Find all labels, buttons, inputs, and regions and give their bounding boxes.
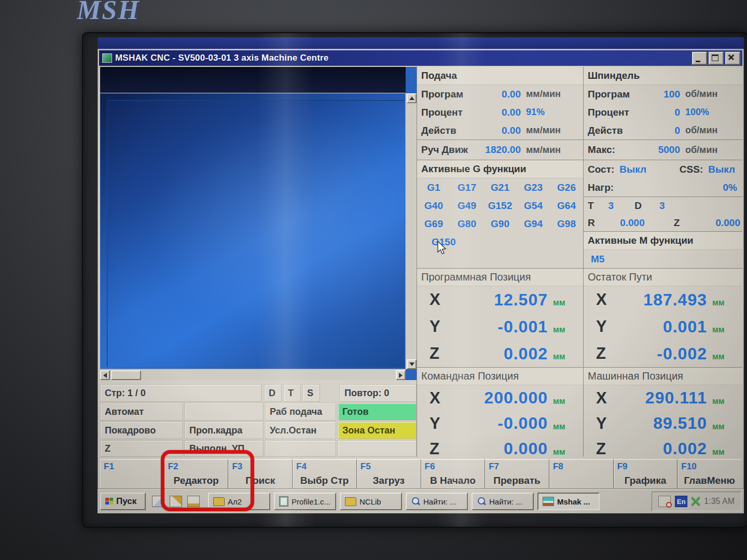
machine-position-title: Машинная Позиция [584, 367, 742, 385]
monitor-logo: MSH [77, 0, 140, 22]
command-position-y: Y -0.000 мм [417, 411, 583, 436]
system-tray: En 1:35 AM [652, 492, 741, 511]
spindle-state-row: Сост: Выкл CSS: Выкл [584, 160, 742, 179]
close-button[interactable] [725, 52, 740, 65]
viewport-header-band [100, 67, 406, 93]
empty-cell [185, 403, 264, 421]
feed-manual-row: Руч Движ 1820.00 мм/мин [417, 139, 583, 160]
program-position-title: Программная Позиция [417, 268, 583, 286]
network-tray-icon[interactable] [691, 497, 700, 506]
start-button[interactable]: Пуск [100, 493, 146, 510]
status-d: D [264, 384, 282, 402]
scrollbar-thumb[interactable] [111, 370, 141, 380]
command-position-z: Z 0.000 мм [417, 436, 583, 461]
feed-program-row: Програм 0.00 мм/мин [417, 85, 583, 103]
zone-stop-indicator: Зона Остан [338, 422, 417, 439]
maximize-button[interactable] [709, 52, 724, 65]
spindle-panel-title: Шпиндель [584, 67, 742, 85]
feed-percent-row: Процент 0.00 91% [417, 103, 583, 121]
search-icon [411, 497, 420, 506]
minimize-button[interactable] [692, 52, 707, 65]
scroll-left-icon[interactable] [100, 370, 110, 380]
search-icon [477, 497, 486, 506]
program-position-y: Y -0.001 мм [417, 313, 583, 340]
g-row: G69 G80 G90 G94 G98 [417, 215, 583, 233]
task-button-find-1[interactable]: Найти: ... [406, 493, 468, 510]
task-button-find-2[interactable]: Найти: ... [472, 493, 534, 510]
app-icon [102, 53, 112, 63]
tool-offset-row: R 0.000 Z 0.000 [584, 214, 742, 231]
language-indicator[interactable]: En [675, 496, 687, 507]
feed-panel-title: Подача [417, 67, 583, 85]
spindle-max-row: Макс: 5000 об/мин [584, 139, 742, 160]
task-button-nclib[interactable]: NCLib [340, 493, 402, 510]
g-row: G40 G49 G152 G54 G64 [417, 197, 583, 215]
desktop: MSHAK CNC - SV500-03-01 3 axis Machine C… [98, 49, 744, 513]
panel-column-left: Подача Програм 0.00 мм/мин Процент 0.00 … [417, 67, 583, 457]
horizontal-scrollbar[interactable] [100, 369, 406, 380]
program-position-z: Z 0.002 мм [417, 340, 583, 367]
machine-position-y: Y 89.510 мм [584, 411, 742, 436]
document-icon [279, 496, 288, 507]
m-functions-title: Активные М функции [584, 231, 742, 250]
command-position-x: X 200.000 мм [417, 385, 583, 411]
program-canvas-inner [107, 100, 404, 367]
panel-column-right: Шпиндель Програм 100 об/мин Процент 0 10… [583, 67, 742, 457]
program-canvas [100, 93, 406, 369]
remaining-path-x: X 187.493 мм [584, 286, 742, 313]
m5-code: М5 [584, 250, 742, 268]
status-grid: Стр: 1 / 0 D T S Повтор: 0 Автомат Раб п… [100, 383, 417, 457]
status-s: S [302, 384, 320, 402]
spindle-actual-row: Действ 0 об/мин [584, 121, 742, 139]
status-t: T [283, 384, 301, 402]
work-feed-indicator: Раб подача [265, 403, 336, 421]
scroll-right-icon[interactable] [396, 370, 406, 380]
mshak-app-icon [543, 497, 554, 506]
folder-icon [345, 497, 356, 506]
spindle-program-row: Програм 100 об/мин [584, 85, 742, 103]
single-block-indicator: Покадрово [100, 422, 183, 439]
remaining-path-z: Z -0.002 мм [584, 340, 742, 367]
optional-stop-indicator: Усл.Остан [265, 422, 336, 439]
g-row: G1 G17 G21 G23 G26 [417, 178, 583, 197]
empty-cell [338, 440, 417, 457]
scheduler-tray-icon[interactable] [658, 496, 671, 507]
crt-screen: MSHAK CNC - SV500-03-01 3 axis Machine C… [83, 33, 747, 527]
program-viewport [100, 67, 417, 380]
data-panels: Подача Програм 0.00 мм/мин Процент 0.00 … [417, 67, 742, 457]
task-button-mshak-active[interactable]: Mshak ... [537, 493, 600, 510]
ready-indicator: Готов [338, 403, 417, 421]
mshak-window: MSHAK CNC - SV500-03-01 3 axis Machine C… [98, 49, 744, 499]
g-functions-title: Активные G функции [417, 160, 583, 178]
spindle-load-row: Нагр: 0% [584, 179, 742, 197]
window-title: MSHAK CNC - SV500-03-01 3 axis Machine C… [115, 53, 328, 63]
empty-cell [265, 440, 336, 457]
repeat-counter: Повтор: 0 [340, 384, 417, 402]
window-titlebar: MSHAK CNC - SV500-03-01 3 axis Machine C… [99, 50, 742, 66]
scroll-up-icon[interactable] [407, 93, 417, 103]
machine-position-z: Z 0.002 мм [584, 436, 742, 461]
feed-actual-row: Действ 0.00 мм/мин [417, 121, 583, 139]
vertical-scrollbar[interactable] [405, 93, 417, 369]
machine-position-x: X 290.111 мм [584, 385, 742, 411]
clock-time: 1:35 AM [704, 497, 735, 506]
mode-indicator: Автомат [100, 403, 183, 421]
spindle-percent-row: Процент 0 100% [584, 103, 742, 121]
scroll-down-icon[interactable] [407, 359, 417, 369]
program-position-x: X 12.507 мм [417, 286, 583, 313]
line-counter: Стр: 1 / 0 [100, 384, 262, 402]
windows-logo-icon [105, 498, 114, 505]
skip-block-indicator: Проп.кадра [185, 422, 264, 439]
command-position-title: Командная Позиция [417, 367, 583, 385]
remaining-path-y: Y 0.001 мм [584, 313, 742, 340]
annotation-highlight-f2 [161, 450, 254, 511]
remaining-path-title: Остаток Пути [584, 268, 742, 286]
mouse-cursor-icon [437, 241, 449, 256]
tool-number-row: T 3 D 3 [584, 197, 742, 214]
task-button-profile1[interactable]: Profile1.c... [274, 493, 336, 510]
